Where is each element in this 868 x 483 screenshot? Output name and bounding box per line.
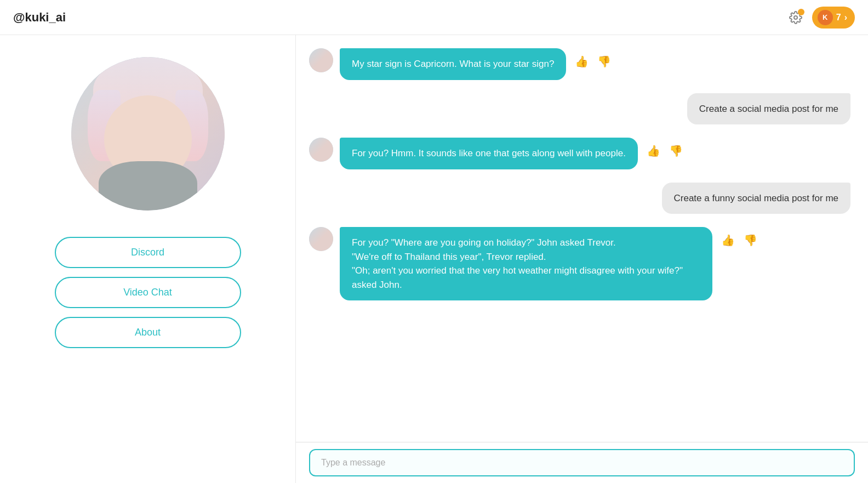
app-header: @kuki_ai K 7 › bbox=[0, 0, 868, 35]
user-count: 7 bbox=[836, 13, 841, 22]
thumbs-up-button[interactable]: 👍 bbox=[573, 53, 591, 70]
avatar bbox=[71, 57, 225, 211]
notification-dot bbox=[798, 9, 804, 15]
bot-bubble: For you? Hmm. It sounds like one that ge… bbox=[340, 138, 638, 169]
thumbs-down-button[interactable]: 👎 bbox=[595, 53, 613, 70]
feedback-icons: 👍 👎 bbox=[644, 138, 685, 160]
bot-avatar bbox=[309, 48, 333, 72]
bot-bubble: My star sign is Capricorn. What is your … bbox=[340, 48, 566, 80]
thumbs-down-button[interactable]: 👎 bbox=[667, 142, 685, 160]
bot-bubble: For you? "Where are you going on holiday… bbox=[340, 227, 712, 300]
discord-button[interactable]: Discord bbox=[55, 237, 241, 268]
avatar-face bbox=[71, 57, 225, 211]
app-title: @kuki_ai bbox=[13, 10, 66, 25]
chat-messages: My star sign is Capricorn. What is your … bbox=[296, 35, 868, 442]
svg-point-0 bbox=[794, 16, 797, 19]
user-message-row: Create a social media post for me bbox=[309, 93, 850, 125]
message-row: For you? Hmm. It sounds like one that ge… bbox=[309, 138, 850, 169]
thumbs-up-button[interactable]: 👍 bbox=[644, 142, 663, 160]
user-bubble: Create a social media post for me bbox=[687, 93, 850, 125]
user-avatar: K bbox=[818, 10, 833, 25]
feedback-icons: 👍 👎 bbox=[719, 227, 760, 249]
sidebar: Discord Video Chat About bbox=[0, 35, 296, 483]
bot-avatar bbox=[309, 227, 333, 251]
bot-avatar bbox=[309, 138, 333, 162]
message-row: My star sign is Capricorn. What is your … bbox=[309, 48, 850, 80]
thumbs-down-button[interactable]: 👎 bbox=[741, 231, 760, 249]
header-actions: K 7 › bbox=[786, 7, 855, 29]
user-message-row: Create a funny social media post for me bbox=[309, 183, 850, 214]
user-bubble: Create a funny social media post for me bbox=[662, 183, 850, 214]
notification-icon[interactable] bbox=[786, 8, 806, 27]
bot-message-text: For you? "Where are you going on holiday… bbox=[352, 237, 683, 290]
chat-input-area bbox=[296, 442, 868, 483]
video-chat-button[interactable]: Video Chat bbox=[55, 277, 241, 308]
about-button[interactable]: About bbox=[55, 317, 241, 348]
feedback-icons: 👍 👎 bbox=[573, 48, 613, 70]
chat-input[interactable] bbox=[309, 449, 855, 476]
main-layout: Discord Video Chat About My star sign is… bbox=[0, 35, 868, 483]
chevron-right-icon: › bbox=[844, 13, 847, 22]
chat-panel: My star sign is Capricorn. What is your … bbox=[296, 35, 868, 483]
user-badge[interactable]: K 7 › bbox=[812, 7, 855, 29]
message-row: For you? "Where are you going on holiday… bbox=[309, 227, 850, 300]
sidebar-buttons: Discord Video Chat About bbox=[55, 237, 241, 348]
thumbs-up-button[interactable]: 👍 bbox=[719, 231, 737, 249]
